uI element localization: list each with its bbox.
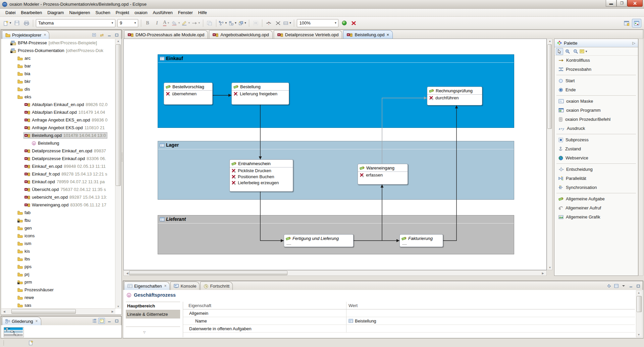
menu-bearbeiten[interactable]: Bearbeiten — [18, 9, 45, 16]
palette-collapse-icon[interactable]: ▷ — [633, 41, 635, 45]
palette-item-allgemeine-grafik[interactable]: Allgemeine Grafik — [554, 212, 638, 221]
palette-item-parallelit-t[interactable]: Parallelität — [554, 174, 638, 183]
tree-item-detailprozesse-einkauf-opd[interactable]: Detailprozesse Einkauf.opd83306 06. — [1, 155, 115, 162]
link-with-editor-icon[interactable]: ⇄ — [99, 32, 105, 38]
palette-item-allgemeine-aufgabe[interactable]: Allgemeine Aufgabe — [554, 194, 638, 203]
tree-item-pps[interactable]: pps — [1, 263, 115, 270]
task-action-pickliste-drucken[interactable]: Pickliste Drucken — [230, 167, 293, 174]
maximize-button[interactable]: ❐ — [616, 0, 627, 7]
maximize-view-icon[interactable] — [114, 32, 120, 38]
property-row-name[interactable]: NameBeistellung — [183, 317, 635, 325]
tree-item-eks[interactable]: eks — [1, 93, 115, 101]
maximize-view-icon[interactable] — [635, 283, 641, 289]
print-button[interactable] — [22, 19, 31, 28]
tree-item-gen[interactable]: gen — [1, 224, 115, 232]
menu-oxaion[interactable]: oxaion — [132, 9, 150, 16]
tree-item-kis[interactable]: kis — [1, 247, 115, 255]
modeling-perspective-icon[interactable] — [632, 19, 641, 28]
task-action-positionen-buchen[interactable]: Positionen Buchen — [230, 174, 293, 180]
palette-item-subprozess[interactable]: Subprozess — [554, 135, 638, 144]
task-action-erfassen[interactable]: erfassen — [358, 172, 408, 178]
palette-item-oxaion-prozedur-befehl[interactable]: oxaion Prozedur/Befehl — [554, 115, 638, 124]
project-tree-hscrollbar[interactable]: ◀▶ — [1, 308, 115, 314]
tree-item-lbs[interactable]: lbs — [1, 255, 115, 263]
tree-item-wareneingang-opd[interactable]: Wareneingang.opd83305 06.11.12 17 — [1, 201, 115, 209]
close-view-icon[interactable]: × — [36, 319, 38, 324]
property-row-allgemein[interactable]: Allgemein — [183, 309, 635, 317]
tree-item-prozessh-user[interactable]: Prozesshäuser — [1, 286, 115, 294]
section-expander-icon[interactable]: ▽ — [143, 331, 146, 334]
tree-item-uebersicht-en-opd[interactable]: uebersicht_en.opd89287 15.04.13 13: — [1, 193, 115, 201]
properties-vscrollbar[interactable]: ▲▼ — [636, 290, 642, 337]
palette-item-prozessbahn[interactable]: Prozessbahn — [554, 65, 638, 74]
menu-diagram[interactable]: Diagram — [45, 9, 66, 16]
property-row-datenwerte-in-offenen-aufgaben[interactable]: Datenwerte in offenen Aufgaben — [183, 325, 635, 333]
minimize-view-icon[interactable] — [628, 283, 634, 289]
canvas-hscrollbar[interactable]: ◀▶ — [123, 270, 547, 276]
tab-konsole[interactable]: Konsole — [170, 282, 200, 290]
select-related-button[interactable]: ▼ — [218, 19, 228, 28]
tree-item-einkauf-en-opd[interactable]: Einkauf_en.opd89848 02.05.13 11:11 — [1, 162, 115, 170]
project-tree-vscrollbar[interactable]: ▲▼ — [115, 39, 121, 309]
editor-tab-detailprozesse-vertrieb-opd[interactable]: Detailprozesse Vertrieb.opd — [274, 30, 342, 39]
zoom-in-tool-button[interactable] — [564, 48, 571, 55]
palette-item-oxaion-maske[interactable]: oxaion Maske — [554, 97, 638, 106]
menu-navigieren[interactable]: Navigieren — [66, 9, 93, 16]
task-bestellung[interactable]: BestellungLieferung freigeben — [231, 83, 289, 105]
zoom-out-tool-button[interactable] — [572, 48, 579, 55]
tree-item-ablaufplan-einkauf-opd[interactable]: Ablaufplan Einkauf.opd101479 14.04 — [1, 108, 115, 116]
close-button[interactable]: ✕ — [627, 0, 643, 7]
tree-item-sas[interactable]: sas — [1, 301, 115, 309]
palette-item-webservice[interactable]: Webservice — [554, 153, 638, 162]
align-shapes-button[interactable]: ▼ — [228, 19, 237, 28]
pin-view-icon[interactable] — [606, 283, 612, 289]
tree-item-dis[interactable]: dis — [1, 85, 115, 93]
tree-item-bar[interactable]: bar — [1, 62, 115, 70]
tab-fortschritt[interactable]: Fortschritt — [200, 282, 233, 290]
tree-item-fbu[interactable]: *fbu — [1, 216, 115, 224]
palette-item-kontrollfluss[interactable]: Kontrollfluss — [554, 56, 638, 65]
tree-item-arc[interactable]: arc — [1, 54, 115, 62]
zoom-level-combo[interactable]: 100%▼ — [297, 19, 338, 27]
palette-header[interactable]: Palette ▷ — [554, 39, 638, 47]
minimize-button[interactable]: ▬ — [606, 0, 616, 7]
task-action-bernehmen[interactable]: übernehmen — [164, 91, 212, 97]
properties-section-hauptbereich[interactable]: Hauptbereich — [126, 302, 180, 310]
task-action-durchf-hren[interactable]: durchführen — [427, 95, 482, 101]
tab-projektexplorer[interactable]: Projektexplorer × — [2, 31, 49, 39]
new-wizard-button[interactable]: ▼ — [3, 19, 12, 28]
palette-item-entscheidung[interactable]: Entscheidung — [554, 165, 638, 174]
tree-item-ablaufplan-einkauf-en-opd[interactable]: Ablaufplan Einkauf_en.opd89826 02.0 — [1, 101, 115, 108]
minimize-view-icon[interactable] — [106, 32, 112, 38]
menu-hilfe[interactable]: Hilfe — [196, 9, 210, 16]
tree-item-prm[interactable]: *prm — [1, 278, 115, 286]
validate-button[interactable] — [340, 19, 348, 28]
tree-item-fab[interactable]: fab — [1, 209, 115, 216]
menu-projekt[interactable]: Projekt — [113, 9, 132, 16]
collapse-all-icon[interactable] — [92, 32, 98, 38]
task-bestellvorschlag[interactable]: Bestellvorschlagübernehmen — [164, 83, 213, 105]
font-family-combo[interactable]: Tahoma▼ — [36, 19, 115, 27]
palette-item-synchronisation[interactable]: Synchronisation — [554, 183, 638, 192]
tree-item-icons[interactable]: icons — [1, 232, 115, 240]
diagram-canvas[interactable]: EinkaufLagerLieferantBestellvorschlagübe… — [123, 39, 547, 270]
menu-datei[interactable]: Datei — [3, 9, 18, 16]
line-jump-button[interactable] — [264, 19, 273, 28]
palette-item-zustand[interactable]: Zustand — [554, 144, 638, 153]
editor-tab-angebotsabwicklung-opd[interactable]: Angebotsabwicklung.opd — [209, 30, 273, 39]
palette-item-ende[interactable]: Ende — [554, 85, 638, 94]
palette-item-oxaion-programm[interactable]: oxaion Programm — [554, 106, 638, 115]
tree-item-prj[interactable]: prj — [1, 270, 115, 278]
show-categories-icon[interactable] — [613, 283, 619, 289]
properties-section-lineale-gitternetze[interactable]: Lineale & Gitternetze — [126, 310, 180, 318]
order-shapes-button[interactable]: ▼ — [238, 19, 247, 28]
tree-item-ism[interactable]: ism — [1, 240, 115, 247]
tree-item-bkr[interactable]: bkr — [1, 78, 115, 85]
line-cross-button[interactable] — [274, 19, 282, 28]
line-routing-button[interactable]: ▼ — [283, 19, 292, 28]
task-fertigung-und-lieferung[interactable]: Fertigung und Lieferung — [284, 234, 354, 247]
diagram-thumbnail[interactable] — [4, 327, 24, 337]
palette-side-strip[interactable] — [638, 39, 643, 276]
task-rechnungspr-fung[interactable]: Rechnungsprüfungdurchführen — [427, 87, 482, 105]
menu-fenster[interactable]: Fenster — [175, 9, 196, 16]
